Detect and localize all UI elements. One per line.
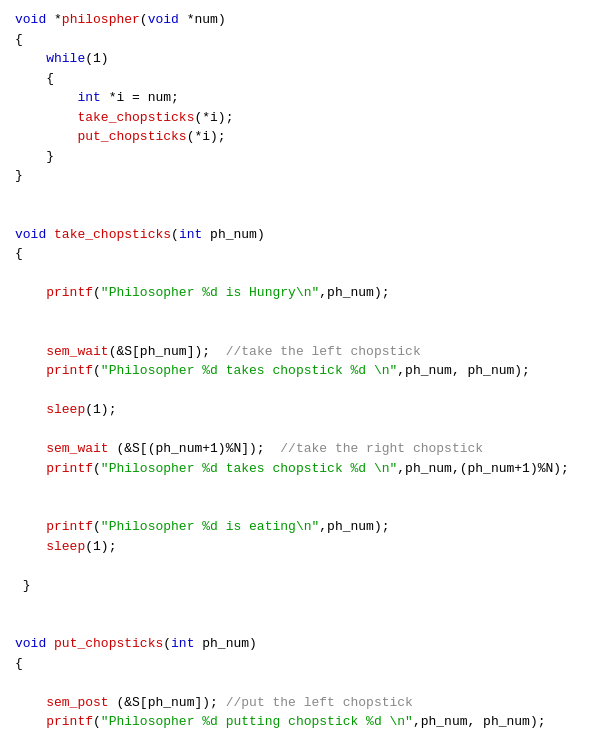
code-line <box>15 615 586 635</box>
code-token: sem_post <box>46 695 108 710</box>
code-token: //take the left chopstick <box>226 344 421 359</box>
code-line <box>15 322 586 342</box>
code-line: sem_wait(&S[ph_num]); //take the left ch… <box>15 342 586 362</box>
code-line: printf("Philosopher %d putting chopstick… <box>15 712 586 732</box>
code-token <box>15 51 46 66</box>
code-line: printf("Philosopher %d is Hungry\n",ph_n… <box>15 283 586 303</box>
code-token: ,ph_num,(ph_num+1)%N); <box>397 461 569 476</box>
code-line: void put_chopsticks(int ph_num) <box>15 634 586 654</box>
code-token: (*i); <box>194 110 233 125</box>
code-token: sem_wait <box>46 441 108 456</box>
code-line: void take_chopsticks(int ph_num) <box>15 225 586 245</box>
code-token: (1) <box>85 51 108 66</box>
code-token: sleep <box>46 402 85 417</box>
code-line: put_chopsticks(*i); <box>15 127 586 147</box>
code-token: (*i); <box>187 129 226 144</box>
code-token: printf <box>46 714 93 729</box>
code-token: ,ph_num, ph_num); <box>397 363 530 378</box>
code-token: printf <box>46 363 93 378</box>
code-token: *num) <box>179 12 226 27</box>
code-line: sem_post (&S[ph_num]); //put the left ch… <box>15 693 586 713</box>
code-line <box>15 420 586 440</box>
code-token: ( <box>93 461 101 476</box>
code-line: while(1) <box>15 49 586 69</box>
code-line <box>15 303 586 323</box>
code-token: } <box>15 168 23 183</box>
code-token: "Philosopher %d is Hungry\n" <box>101 285 319 300</box>
code-token: { <box>15 71 54 86</box>
code-token: "Philosopher %d putting chopstick %d \n" <box>101 714 413 729</box>
code-token: (1); <box>85 402 116 417</box>
code-token: } <box>15 578 31 593</box>
code-token <box>15 90 77 105</box>
code-token <box>15 344 46 359</box>
code-line <box>15 673 586 693</box>
code-line: printf("Philosopher %d takes chopstick %… <box>15 361 586 381</box>
code-token: { <box>15 32 23 47</box>
code-token: ,ph_num, ph_num); <box>413 714 546 729</box>
code-token <box>15 714 46 729</box>
code-line <box>15 478 586 498</box>
code-token <box>15 461 46 476</box>
code-line: int *i = num; <box>15 88 586 108</box>
code-token: while <box>46 51 85 66</box>
code-line: { <box>15 69 586 89</box>
code-token: ( <box>171 227 179 242</box>
code-line <box>15 556 586 576</box>
code-token: take_chopsticks <box>54 227 171 242</box>
code-token: take_chopsticks <box>77 110 194 125</box>
code-token: void <box>15 227 46 242</box>
code-token: printf <box>46 285 93 300</box>
code-token: int <box>77 90 100 105</box>
code-token: sem_wait <box>46 344 108 359</box>
code-token: * <box>46 12 62 27</box>
code-line: take_chopsticks(*i); <box>15 108 586 128</box>
code-token: sleep <box>46 539 85 554</box>
code-token: //take the right chopstick <box>280 441 483 456</box>
code-token: void <box>15 12 46 27</box>
code-line: } <box>15 166 586 186</box>
code-token <box>15 539 46 554</box>
code-token: ( <box>163 636 171 651</box>
code-token: (&S[ph_num]); <box>109 344 226 359</box>
code-line: sleep(1); <box>15 537 586 557</box>
code-token <box>15 695 46 710</box>
code-line: void *philospher(void *num) <box>15 10 586 30</box>
code-token: philospher <box>62 12 140 27</box>
code-line <box>15 205 586 225</box>
code-token <box>15 402 46 417</box>
code-token: printf <box>46 519 93 534</box>
code-token: printf <box>46 461 93 476</box>
code-token <box>46 227 54 242</box>
code-line: { <box>15 244 586 264</box>
code-line <box>15 264 586 284</box>
code-line: printf("Philosopher %d is eating\n",ph_n… <box>15 517 586 537</box>
code-token <box>15 285 46 300</box>
code-token: ,ph_num); <box>319 285 389 300</box>
code-line: } <box>15 576 586 596</box>
code-line: } <box>15 147 586 167</box>
code-token: "Philosopher %d is eating\n" <box>101 519 319 534</box>
code-token: void <box>148 12 179 27</box>
code-token <box>15 519 46 534</box>
code-token: "Philosopher %d takes chopstick %d \n" <box>101 363 397 378</box>
code-token <box>15 441 46 456</box>
code-line <box>15 498 586 518</box>
code-token: ( <box>140 12 148 27</box>
code-token: ( <box>93 714 101 729</box>
code-line: printf("Philosopher %d takes chopstick %… <box>15 459 586 479</box>
code-line <box>15 595 586 615</box>
code-token: void <box>15 636 46 651</box>
code-token: "Philosopher %d takes chopstick %d \n" <box>101 461 397 476</box>
code-token: ,ph_num); <box>319 519 389 534</box>
code-token: { <box>15 656 23 671</box>
code-token <box>15 363 46 378</box>
code-token: int <box>171 636 194 651</box>
code-token <box>15 110 77 125</box>
code-token: (&S[(ph_num+1)%N]); <box>109 441 281 456</box>
code-token: ph_num) <box>202 227 264 242</box>
code-token: { <box>15 246 23 261</box>
code-token: ph_num) <box>194 636 256 651</box>
code-token <box>15 129 77 144</box>
code-token: int <box>179 227 202 242</box>
